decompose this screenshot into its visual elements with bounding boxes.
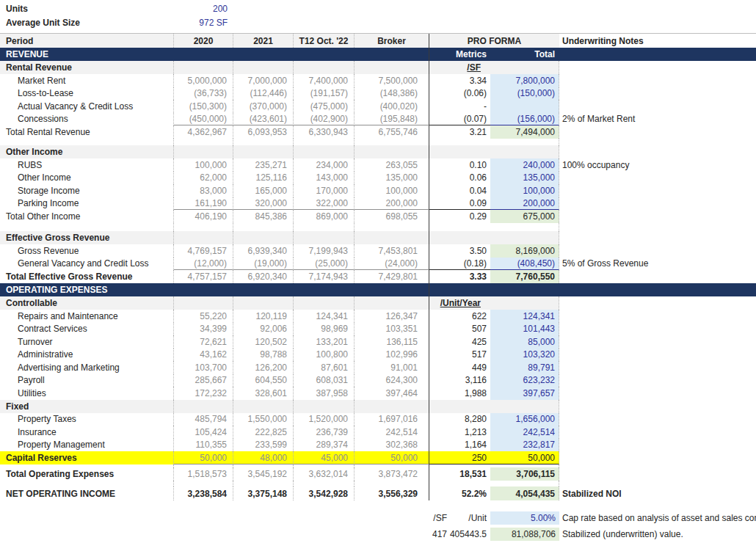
- cell-2021[interactable]: 222,825: [233, 426, 294, 439]
- cell-total[interactable]: 50,000: [490, 451, 559, 464]
- cell-metric[interactable]: 8,280: [429, 413, 490, 426]
- cell-metric[interactable]: 1,164: [429, 439, 490, 452]
- cell-total[interactable]: 3,706,115: [490, 467, 559, 481]
- cell-t12[interactable]: 289,374: [294, 439, 355, 452]
- cell-broker[interactable]: 624,300: [355, 374, 429, 387]
- cell-2020[interactable]: 285,667: [174, 374, 233, 387]
- cell-total[interactable]: 101,443: [490, 323, 559, 336]
- cell-metric[interactable]: [429, 400, 490, 413]
- cell-total[interactable]: [490, 223, 559, 231]
- cell-total[interactable]: (408,450): [490, 258, 559, 271]
- cell-broker[interactable]: 1,697,016: [355, 413, 429, 426]
- cell-t12[interactable]: 3,632,014: [294, 467, 355, 481]
- cell-t12[interactable]: 7,174,943: [294, 270, 355, 283]
- cell-2021[interactable]: [233, 139, 294, 145]
- row-label[interactable]: Total Operating Expenses: [0, 467, 174, 481]
- row-label[interactable]: Advertising and Marketing: [0, 361, 174, 374]
- cell-total[interactable]: 89,791: [490, 361, 559, 374]
- cell-t12[interactable]: [294, 61, 355, 74]
- row-label[interactable]: Gross Revenue: [0, 244, 174, 258]
- cell-t12[interactable]: 387,958: [294, 387, 355, 400]
- cell-total[interactable]: 103,320: [490, 349, 559, 362]
- cell-metric[interactable]: -: [429, 100, 490, 113]
- row-label[interactable]: Property Management: [0, 439, 174, 452]
- cell-2020[interactable]: [174, 48, 233, 61]
- cell-broker[interactable]: 302,368: [355, 439, 429, 452]
- cell-2021[interactable]: 3,375,148: [233, 486, 294, 500]
- cell-2021[interactable]: [233, 61, 294, 74]
- cell-2020[interactable]: [174, 61, 233, 74]
- row-label[interactable]: Other Income: [0, 145, 174, 158]
- cell-broker[interactable]: 7,429,801: [355, 270, 429, 283]
- cell-broker[interactable]: 136,115: [355, 335, 429, 349]
- cell-broker[interactable]: 3,873,472: [355, 467, 429, 481]
- cell-t12[interactable]: 143,000: [294, 172, 355, 185]
- cell-metrics-header[interactable]: [429, 283, 490, 296]
- cell-total[interactable]: 124,341: [490, 310, 559, 323]
- cell-total-header[interactable]: Total: [490, 48, 559, 61]
- cell-2021[interactable]: 328,601: [233, 387, 294, 400]
- cell-2021[interactable]: 92,006: [233, 323, 294, 336]
- cell-metric[interactable]: 449: [429, 361, 490, 374]
- cell-broker[interactable]: (148,386): [355, 87, 429, 101]
- cell-2020[interactable]: 4,757,157: [174, 270, 233, 283]
- cell-2020[interactable]: 161,190: [174, 197, 233, 211]
- cell-broker[interactable]: 242,514: [355, 426, 429, 439]
- cell-broker[interactable]: 397,464: [355, 387, 429, 400]
- row-label[interactable]: Contract Services: [0, 323, 174, 336]
- col-2021-header[interactable]: 2021: [233, 34, 294, 48]
- cell-broker[interactable]: (400,020): [355, 100, 429, 113]
- cell-broker[interactable]: 7,500,000: [355, 74, 429, 87]
- cell-broker[interactable]: [355, 61, 429, 74]
- row-label[interactable]: Market Rent: [0, 74, 174, 87]
- cell-2020[interactable]: [174, 296, 233, 310]
- cell-metric[interactable]: 0.04: [429, 184, 490, 197]
- cell-total[interactable]: 7,760,550: [490, 270, 559, 283]
- cell-2020[interactable]: 172,232: [174, 387, 233, 400]
- cell-t12[interactable]: 234,000: [294, 158, 355, 172]
- cell-t12[interactable]: 170,000: [294, 184, 355, 197]
- cell-2020[interactable]: 83,000: [174, 184, 233, 197]
- cell-2021[interactable]: 6,920,340: [233, 270, 294, 283]
- cell-2020[interactable]: [174, 223, 233, 231]
- cell-broker[interactable]: 50,000: [355, 451, 429, 464]
- cell-2021[interactable]: 125,116: [233, 172, 294, 185]
- cell-total[interactable]: [490, 100, 559, 113]
- cell-t12[interactable]: (191,157): [294, 87, 355, 101]
- cell-total[interactable]: 7,494,000: [490, 125, 559, 139]
- cell-2020[interactable]: (150,300): [174, 100, 233, 113]
- stabilized-value[interactable]: 81,088,706: [490, 528, 559, 541]
- cell-metric[interactable]: 52.2%: [429, 486, 490, 500]
- cell-t12[interactable]: [294, 481, 355, 486]
- cell-t12[interactable]: 100,800: [294, 349, 355, 362]
- cell-2021[interactable]: (112,446): [233, 87, 294, 101]
- cell-t12[interactable]: 124,341: [294, 310, 355, 323]
- row-label[interactable]: NET OPERATING INCOME: [0, 486, 174, 500]
- cell-2021[interactable]: 3,545,192: [233, 467, 294, 481]
- row-label[interactable]: Controllable: [0, 296, 174, 310]
- row-label[interactable]: Parking Income: [0, 197, 174, 211]
- cell-total[interactable]: 232,817: [490, 439, 559, 452]
- cell-broker[interactable]: 103,351: [355, 323, 429, 336]
- row-label[interactable]: Other Income: [0, 172, 174, 185]
- cell-t12[interactable]: 98,969: [294, 323, 355, 336]
- cell-2020[interactable]: 43,162: [174, 349, 233, 362]
- col-2020-header[interactable]: 2020: [174, 34, 233, 48]
- units-value[interactable]: 200: [174, 1, 233, 15]
- cell-metric[interactable]: 0.29: [429, 210, 490, 223]
- cell-t12[interactable]: [294, 48, 355, 61]
- cell-2020[interactable]: 3,238,584: [174, 486, 233, 500]
- units-label[interactable]: Units: [0, 1, 174, 15]
- avg-unit-size-label[interactable]: Average Unit Size: [0, 15, 174, 29]
- row-label[interactable]: Storage Income: [0, 184, 174, 197]
- cell-t12[interactable]: 7,199,943: [294, 244, 355, 258]
- cell-2021[interactable]: 7,000,000: [233, 74, 294, 87]
- cell-t12[interactable]: 1,520,000: [294, 413, 355, 426]
- cell-metric[interactable]: [429, 223, 490, 231]
- cell-broker[interactable]: [355, 481, 429, 486]
- cell-2021[interactable]: [233, 48, 294, 61]
- cell-2020[interactable]: (12,000): [174, 258, 233, 271]
- cell-total[interactable]: 397,657: [490, 387, 559, 400]
- cell-total[interactable]: (150,000): [490, 87, 559, 101]
- punit-header[interactable]: /Unit: [448, 511, 490, 525]
